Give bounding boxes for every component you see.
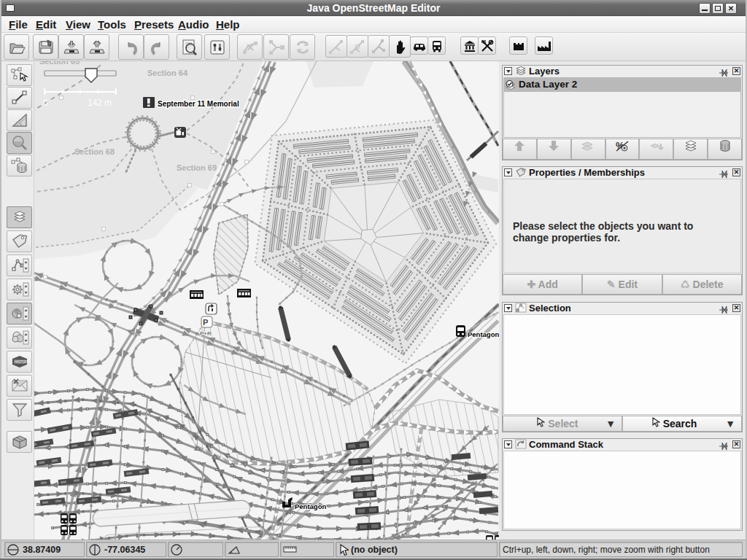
svg-text:142 m: 142 m bbox=[88, 98, 112, 108]
svg-text:Section 64: Section 64 bbox=[147, 69, 188, 77]
svg-text:HISTORY: HISTORY bbox=[15, 360, 29, 364]
svg-text:0: 0 bbox=[43, 98, 48, 108]
svg-text:P: P bbox=[203, 318, 208, 327]
svg-text:Section 65: Section 65 bbox=[39, 61, 80, 66]
svg-text:Pentagon: Pentagon bbox=[295, 502, 326, 510]
svg-text:Section 68: Section 68 bbox=[74, 147, 115, 156]
svg-text:Pentagon: Pentagon bbox=[468, 330, 499, 338]
svg-text:P+R: P+R bbox=[200, 330, 212, 337]
svg-text:September 11 Memorial: September 11 Memorial bbox=[158, 100, 239, 108]
svg-text:Section 69: Section 69 bbox=[177, 163, 217, 172]
